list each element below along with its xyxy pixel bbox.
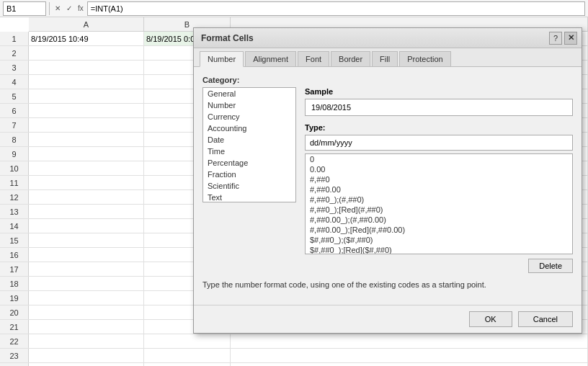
format-item[interactable]: 0.00 <box>306 164 572 174</box>
tab-font[interactable]: Font <box>298 51 329 66</box>
hint-text: Type the number format code, using one o… <box>202 280 573 289</box>
category-list[interactable]: GeneralNumberCurrencyAccountingDateTimeP… <box>202 87 296 202</box>
sample-box: 19/08/2015 <box>305 99 573 116</box>
format-item[interactable]: #,##0.00_);(#,##0.00) <box>306 215 572 225</box>
category-item-text[interactable]: Text <box>203 192 295 202</box>
delete-button[interactable]: Delete <box>528 259 573 273</box>
tab-fill[interactable]: Fill <box>372 51 398 66</box>
dialog-content: Category: GeneralNumberCurrencyAccountin… <box>194 67 582 305</box>
category-label: Category: <box>202 76 573 84</box>
category-item-time[interactable]: Time <box>203 146 295 157</box>
category-item-currency[interactable]: Currency <box>203 111 295 122</box>
format-item[interactable]: #,##0 <box>306 174 572 184</box>
tab-number[interactable]: Number <box>200 51 244 67</box>
format-item[interactable]: #,##0.00_);[Red](#,##0.00) <box>306 225 572 235</box>
format-item[interactable]: $#,##0_);($#,##0) <box>306 235 572 245</box>
dialog-titlebar: Format Cells ? ✕ <box>194 28 582 48</box>
close-button[interactable]: ✕ <box>564 32 577 45</box>
tab-bar: NumberAlignmentFontBorderFillProtection <box>194 48 582 67</box>
sample-label: Sample <box>305 87 573 96</box>
category-list-container: GeneralNumberCurrencyAccountingDateTimeP… <box>202 87 296 254</box>
type-input[interactable] <box>305 135 573 151</box>
category-item-general[interactable]: General <box>203 88 295 99</box>
format-item[interactable]: 0 <box>306 154 572 164</box>
dialog-overlay: Format Cells ? ✕ NumberAlignmentFontBord… <box>0 0 588 366</box>
format-item[interactable]: #,##0.00 <box>306 184 572 195</box>
category-item-date[interactable]: Date <box>203 134 295 146</box>
category-item-percentage[interactable]: Percentage <box>203 157 295 169</box>
right-panel: Sample 19/08/2015 Type: 00.00#,##0#,##0.… <box>305 87 573 254</box>
format-item[interactable]: #,##0_);[Red](#,##0) <box>306 205 572 215</box>
category-item-scientific[interactable]: Scientific <box>203 180 295 192</box>
dialog-title: Format Cells <box>201 33 254 43</box>
ok-button[interactable]: OK <box>469 311 512 327</box>
format-list-container: 00.00#,##0#,##0.00#,##0_);(#,##0)#,##0_)… <box>305 153 573 254</box>
format-cells-dialog: Format Cells ? ✕ NumberAlignmentFontBord… <box>193 27 582 334</box>
format-item[interactable]: #,##0_);(#,##0) <box>306 195 572 205</box>
tab-protection[interactable]: Protection <box>399 51 451 66</box>
delete-row: Delete <box>202 259 573 273</box>
sample-value: 19/08/2015 <box>311 103 351 112</box>
tab-alignment[interactable]: Alignment <box>245 51 296 66</box>
tab-border[interactable]: Border <box>331 51 370 66</box>
format-item[interactable]: $#,##0_);[Red]($#,##0) <box>306 245 572 254</box>
dialog-window-controls: ? ✕ <box>549 32 577 45</box>
type-label: Type: <box>305 123 573 132</box>
format-list[interactable]: 00.00#,##0#,##0.00#,##0_);(#,##0)#,##0_)… <box>305 153 573 254</box>
category-item-number[interactable]: Number <box>203 99 295 111</box>
help-button[interactable]: ? <box>549 32 562 45</box>
category-item-accounting[interactable]: Accounting <box>203 122 295 134</box>
dialog-footer: OK Cancel <box>194 305 582 333</box>
category-item-fraction[interactable]: Fraction <box>203 169 295 180</box>
two-column-layout: GeneralNumberCurrencyAccountingDateTimeP… <box>202 87 573 254</box>
cancel-button[interactable]: Cancel <box>518 311 573 327</box>
